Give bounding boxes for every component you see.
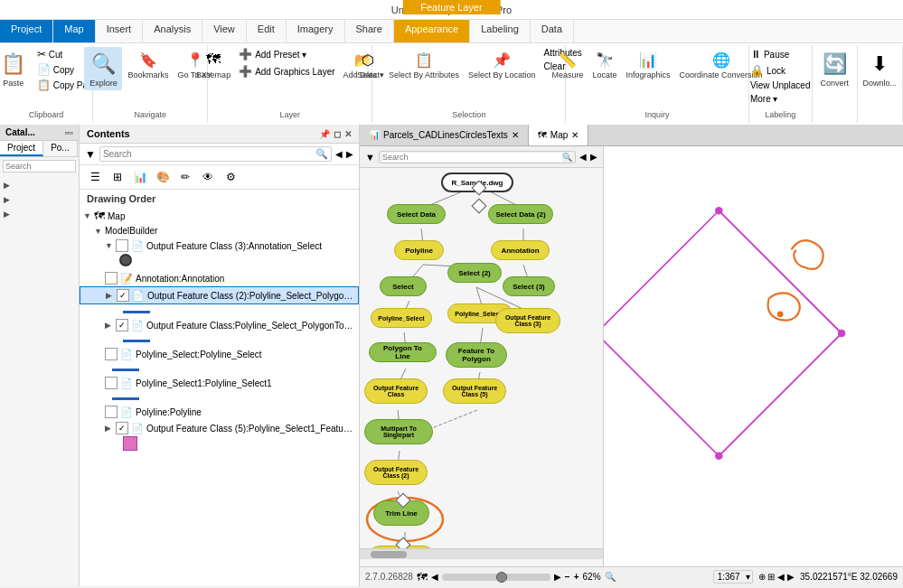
h-scrollbar[interactable]	[360, 548, 603, 559]
node-feature-to-polygon[interactable]: Feature To Polygon	[446, 342, 507, 368]
select-by-location-button[interactable]: 📌 Select By Location	[465, 47, 540, 81]
tab-analysis[interactable]: Analysis	[143, 20, 202, 42]
node-output-fc3[interactable]: Output Feature Class (3)	[495, 308, 560, 333]
add-preset-button[interactable]: ➕ Add Preset ▾	[236, 47, 337, 61]
pin-icon[interactable]: 📌	[319, 129, 330, 139]
tab-edit[interactable]: Edit	[247, 20, 287, 42]
locate-button[interactable]: 🔭 Locate	[588, 47, 620, 81]
pause-button[interactable]: ⏸ Pause	[748, 47, 814, 61]
tab-appearance[interactable]: Appearance	[394, 20, 470, 42]
nav-fwd-diag-icon[interactable]: ▶	[590, 152, 597, 162]
tab-parcels-diagram[interactable]: 📊 Parcels_CADLinesCirclesTexts ✕	[360, 125, 529, 145]
scroll-left-icon[interactable]: ◀	[431, 572, 438, 582]
map-tab-close[interactable]: ✕	[571, 130, 578, 140]
node-annotation[interactable]: Annotation	[491, 240, 550, 260]
collapse-btn-3[interactable]: ▶	[2, 208, 77, 220]
contents-search-input[interactable]	[103, 149, 315, 159]
list-item[interactable]: ▶ ✓ 📄 Output Feature Class:Polyline_Sele…	[80, 317, 359, 333]
node-polyline[interactable]: Polyline	[394, 240, 444, 260]
list-item[interactable]: 📄 Polyline_Select1:Polyline_Select1	[80, 375, 359, 391]
list-view-icon[interactable]: ☰	[85, 168, 105, 186]
zoom-plus-btn[interactable]: +	[574, 572, 579, 582]
tree-item-map[interactable]: ▼ 🗺 Map	[80, 208, 359, 224]
diagram-tab-close[interactable]: ✕	[512, 130, 519, 140]
tab-insert[interactable]: Insert	[96, 20, 144, 42]
infographics-button[interactable]: 📊 Infographics	[623, 47, 674, 81]
nav-back-icon[interactable]: ◀	[335, 149, 343, 159]
zoom-thumb[interactable]	[496, 572, 507, 583]
checkbox-output-fc5[interactable]: ✓	[116, 422, 128, 434]
list-item-selected[interactable]: ▶ ✓ 📄 Output Feature Class (2):Polyline_…	[80, 286, 359, 304]
tab-project[interactable]: Project	[0, 20, 53, 42]
convert-button[interactable]: 🔄 Convert	[815, 47, 853, 90]
node-select1[interactable]: Select	[380, 276, 427, 296]
nav-fwd-icon[interactable]: ▶	[346, 149, 353, 159]
tab-view[interactable]: View	[202, 20, 247, 42]
select-by-attributes-button[interactable]: 📋 Select By Attributes	[385, 47, 463, 81]
tab-labeling[interactable]: Labeling	[470, 20, 531, 42]
options-icon[interactable]: ⚙	[221, 168, 240, 186]
checkbox-annotation-select[interactable]	[116, 239, 128, 252]
node-select3[interactable]: Select (3)	[503, 276, 555, 296]
tab-data[interactable]: Data	[531, 20, 574, 42]
list-item[interactable]: 📄 Polyline:Polyline	[80, 404, 359, 420]
checkbox-polyline-select[interactable]	[105, 348, 118, 360]
zoom-slider[interactable]	[442, 574, 550, 581]
node-polygon-to-line[interactable]: Polygon To Line	[369, 342, 437, 362]
chart-view-icon[interactable]: 📊	[130, 168, 150, 186]
paint-icon[interactable]: 🎨	[153, 168, 173, 186]
explore-button[interactable]: 🔍 Explore	[84, 47, 122, 90]
download-button[interactable]: ⬇ Downlo...	[859, 47, 902, 90]
scroll-right-icon[interactable]: ▶	[554, 572, 561, 582]
node-select-data1[interactable]: Select Data	[387, 204, 446, 224]
node-output-fc5[interactable]: Output Feature Class (5)	[443, 378, 506, 404]
close-contents-icon[interactable]: ✕	[344, 129, 352, 139]
list-item[interactable]: ▶ ✓ 📄 Output Feature Class (5):Polyline_…	[80, 420, 359, 436]
list-item[interactable]: 📝 Annotation:Annotation	[80, 270, 359, 286]
pencil-icon[interactable]: ✏	[175, 168, 195, 186]
nav-back-diag-icon[interactable]: ◀	[579, 152, 587, 162]
collapse-btn-2[interactable]: ▶	[2, 193, 77, 206]
grid-view-icon[interactable]: ⊞	[108, 168, 127, 186]
bookmarks-button[interactable]: 🔖 Bookmarks	[124, 47, 172, 81]
view-unplaced-button[interactable]: View Unplaced	[748, 79, 814, 91]
collapse-btn-1[interactable]: ▶	[2, 179, 77, 191]
add-graphics-layer-button[interactable]: ➕ Add Graphics Layer	[236, 64, 337, 79]
node-multipart[interactable]: Multipart To Singlepart	[364, 419, 433, 444]
node-select2[interactable]: Select (2)	[447, 263, 502, 283]
list-item[interactable]: ▼ 📄 Output Feature Class (3):Annotation_…	[80, 238, 359, 254]
paste-button[interactable]: 📋 Paste	[0, 47, 33, 90]
node-output-fc2[interactable]: Output Feature Class (2)	[364, 460, 428, 485]
scale-dropdown-icon[interactable]: ▾	[744, 572, 752, 582]
more-labeling-button[interactable]: More ▾	[748, 93, 814, 105]
zoom-minus-btn[interactable]: −	[565, 572, 570, 582]
scale-selector[interactable]: 1:367 ▾	[713, 570, 753, 583]
node-output-fc[interactable]: Output Feature Class	[364, 378, 428, 404]
filter-diagram-icon[interactable]: ▼	[365, 152, 375, 163]
measure-button[interactable]: 📏 Measure	[548, 47, 587, 81]
checkbox-annotation[interactable]	[105, 272, 118, 285]
list-item[interactable]: 📄 Polyline_Select:Polyline_Select	[80, 346, 359, 362]
checkbox-polyline-lin1[interactable]: ✓	[117, 289, 129, 302]
tab-map-active[interactable]: 🗺 Map ✕	[529, 125, 588, 145]
eye-icon[interactable]: 👁	[198, 168, 218, 186]
diagram-search-input[interactable]	[382, 153, 562, 162]
filter-icon[interactable]: ▼	[85, 148, 96, 161]
tab-share[interactable]: Share	[345, 20, 394, 42]
tab-imagery[interactable]: Imagery	[287, 20, 345, 42]
select-button[interactable]: ⬡ Select	[353, 47, 383, 81]
node-polyline-select[interactable]: Polyline_Select	[371, 308, 432, 328]
lock-button[interactable]: 🔒 Lock	[748, 63, 814, 78]
tab-map[interactable]: Map	[53, 20, 95, 42]
tree-item-modelbuilder[interactable]: ▼ ModelBuilder	[80, 224, 359, 238]
catalog-tab-portal[interactable]: Po...	[43, 141, 78, 156]
node-select-data2[interactable]: Select Data (2)	[488, 204, 553, 224]
basemap-button[interactable]: 🗺 Basemap	[193, 47, 234, 81]
catalog-tab-project[interactable]: Project	[0, 141, 43, 156]
window-icon[interactable]: ◻	[334, 129, 341, 139]
checkbox-polyline[interactable]	[105, 406, 118, 418]
h-scroll-thumb[interactable]	[371, 551, 407, 558]
checkbox-polyline-select1[interactable]	[105, 377, 118, 389]
checkbox-polyline-lin[interactable]: ✓	[116, 319, 128, 331]
catalog-search-input[interactable]	[3, 160, 76, 173]
